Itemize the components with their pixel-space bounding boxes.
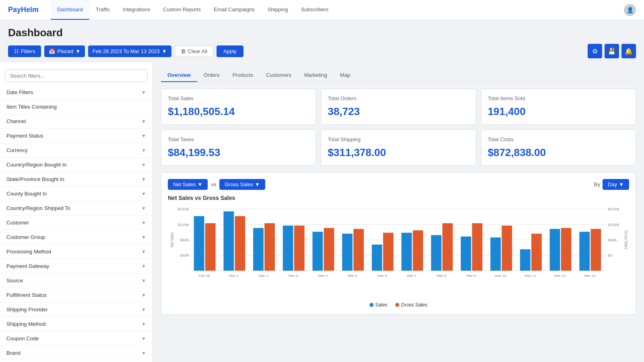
chevron-down-icon: ▼ bbox=[141, 220, 146, 226]
period-button[interactable]: Day ▼ bbox=[603, 179, 629, 190]
filter-item[interactable]: Coupon Code▼ bbox=[0, 331, 153, 346]
stat-card: Total Orders38,723 bbox=[321, 88, 476, 125]
legend-gross-sales: Gross Sales bbox=[395, 302, 427, 308]
chevron-down-icon: ▼ bbox=[141, 234, 146, 240]
sidebar: Date Filters▼Item Titles ContainingChann… bbox=[0, 62, 153, 362]
svg-text:Mar 3: Mar 3 bbox=[289, 274, 298, 278]
filter-item[interactable]: Shipping Method▼ bbox=[0, 317, 153, 331]
nav-tab-integrations[interactable]: Integrations bbox=[116, 0, 157, 20]
filter-item[interactable]: SKU▼ bbox=[0, 360, 153, 362]
tab-products[interactable]: Products bbox=[226, 69, 260, 82]
chart-legend: Sales Gross Sales bbox=[168, 302, 629, 308]
filter-item[interactable]: Currency▼ bbox=[0, 143, 153, 158]
placed-date-button[interactable]: 📅 Placed ▼ bbox=[44, 45, 85, 57]
nav-tab-email-campaigns[interactable]: Email Campaigns bbox=[207, 0, 261, 20]
filter-item[interactable]: County Bought In▼ bbox=[0, 187, 153, 201]
notification-button[interactable]: 🔔 bbox=[621, 44, 636, 58]
svg-text:Mar 11: Mar 11 bbox=[525, 274, 537, 278]
svg-rect-32 bbox=[383, 233, 394, 271]
svg-text:$240k: $240k bbox=[608, 207, 619, 211]
svg-text:$160k: $160k bbox=[178, 207, 189, 211]
nav-tab-subscribers[interactable]: Subscribers bbox=[294, 0, 335, 20]
stat-card: Total Costs$872,838.00 bbox=[481, 130, 636, 166]
navigation: PayHelm Dashboard Traffic Integrations C… bbox=[0, 0, 644, 20]
filter-item[interactable]: Customer▼ bbox=[0, 216, 153, 230]
sidebar-search-container bbox=[0, 66, 153, 85]
settings-button[interactable]: ⚙ bbox=[588, 44, 602, 58]
stat-value: $84,199.53 bbox=[168, 146, 309, 159]
date-range-button[interactable]: Feb 28 2023 To Mar 13 2023 ▼ bbox=[88, 45, 171, 57]
filters-button[interactable]: ☷ Filters bbox=[8, 45, 41, 57]
user-avatar[interactable]: 👤 bbox=[624, 4, 636, 16]
svg-rect-29 bbox=[353, 229, 364, 271]
filter-item[interactable]: Brand▼ bbox=[0, 346, 153, 360]
filter-item[interactable]: Shipping Provider▼ bbox=[0, 302, 153, 317]
filter-label: Source bbox=[6, 278, 23, 284]
apply-button[interactable]: Apply bbox=[217, 45, 244, 57]
svg-text:Mar 8: Mar 8 bbox=[437, 274, 446, 278]
nav-tab-dashboard[interactable]: Dashboard bbox=[51, 0, 89, 20]
tab-map[interactable]: Map bbox=[334, 69, 357, 82]
chevron-down-icon: ▼ bbox=[141, 307, 146, 313]
filter-item[interactable]: Processing Method▼ bbox=[0, 245, 153, 259]
svg-rect-37 bbox=[431, 235, 442, 270]
stat-value: 191,400 bbox=[488, 105, 629, 118]
chevron-down-icon: ▼ bbox=[141, 263, 146, 269]
svg-rect-22 bbox=[283, 226, 293, 271]
clear-all-button[interactable]: 🗑 Clear All bbox=[175, 45, 213, 57]
filter-item[interactable]: Country/Region Bought In▼ bbox=[0, 158, 153, 172]
chevron-down-icon: ▼ bbox=[141, 191, 146, 197]
svg-rect-13 bbox=[194, 216, 204, 271]
filter-item[interactable]: Date Filters▼ bbox=[0, 85, 153, 100]
app-logo[interactable]: PayHelm bbox=[8, 6, 39, 14]
filter-label: Fulfillment Status bbox=[6, 292, 47, 298]
save-button[interactable]: 💾 bbox=[605, 44, 619, 58]
filter-list: Date Filters▼Item Titles ContainingChann… bbox=[0, 85, 153, 362]
tab-customers[interactable]: Customers bbox=[260, 69, 298, 82]
svg-rect-16 bbox=[223, 211, 234, 270]
stat-label: Total Taxes bbox=[168, 136, 309, 142]
chevron-down-icon: ▼ bbox=[141, 148, 146, 153]
filter-item[interactable]: State/Province Bought In▼ bbox=[0, 172, 153, 187]
nav-tab-shipping[interactable]: Shipping bbox=[261, 0, 295, 20]
svg-text:$0: $0 bbox=[608, 253, 612, 257]
svg-rect-50 bbox=[561, 228, 572, 271]
svg-rect-19 bbox=[253, 228, 264, 271]
chevron-down-icon: ▼ bbox=[141, 206, 146, 211]
filter-label: Processing Method bbox=[6, 249, 51, 255]
svg-rect-25 bbox=[312, 232, 323, 271]
tab-marketing[interactable]: Marketing bbox=[298, 69, 334, 82]
toolbar: ☷ Filters 📅 Placed ▼ Feb 28 2023 To Mar … bbox=[8, 44, 636, 58]
filter-item[interactable]: Channel▼ bbox=[0, 114, 153, 129]
legend-sales: Sales bbox=[369, 302, 387, 308]
filter-item[interactable]: Source▼ bbox=[0, 274, 153, 288]
filter-item[interactable]: Payment Gateway▼ bbox=[0, 259, 153, 274]
gross-sales-button[interactable]: Gross Sales ▼ bbox=[219, 179, 265, 190]
filter-label: Brand bbox=[6, 350, 21, 356]
filter-item[interactable]: Country/Region Shipped To▼ bbox=[0, 201, 153, 216]
filter-label: Country/Region Shipped To bbox=[6, 205, 70, 211]
chevron-down-icon: ▼ bbox=[141, 292, 146, 298]
filter-item[interactable]: Customer Group▼ bbox=[0, 230, 153, 245]
svg-text:Feb 28: Feb 28 bbox=[198, 274, 210, 278]
search-input[interactable] bbox=[5, 70, 148, 82]
filter-item[interactable]: Payment Status▼ bbox=[0, 129, 153, 143]
chevron-down-icon: ▼ bbox=[141, 278, 146, 284]
stat-label: Total Sales bbox=[168, 95, 309, 101]
nav-tab-traffic[interactable]: Traffic bbox=[89, 0, 116, 20]
tab-overview[interactable]: Overview bbox=[161, 69, 197, 82]
content-area: Overview Orders Products Customers Marke… bbox=[153, 62, 644, 362]
svg-rect-46 bbox=[520, 249, 530, 271]
svg-text:Mar 13: Mar 13 bbox=[584, 274, 596, 278]
filter-label: Item Titles Containing bbox=[6, 104, 57, 110]
net-sales-button[interactable]: Net Sales ▼ bbox=[168, 179, 208, 190]
trash-icon: 🗑 bbox=[181, 48, 186, 54]
chevron-down-icon: ▼ bbox=[141, 321, 146, 327]
filter-item[interactable]: Item Titles Containing bbox=[0, 100, 153, 114]
gross-sales-label: Gross Sales bbox=[225, 181, 253, 187]
tab-orders[interactable]: Orders bbox=[197, 69, 226, 82]
filter-item[interactable]: Fulfillment Status▼ bbox=[0, 288, 153, 302]
nav-tab-custom-reports[interactable]: Custom Reports bbox=[157, 0, 207, 20]
svg-rect-49 bbox=[550, 229, 560, 271]
sales-legend-label: Sales bbox=[375, 302, 387, 308]
